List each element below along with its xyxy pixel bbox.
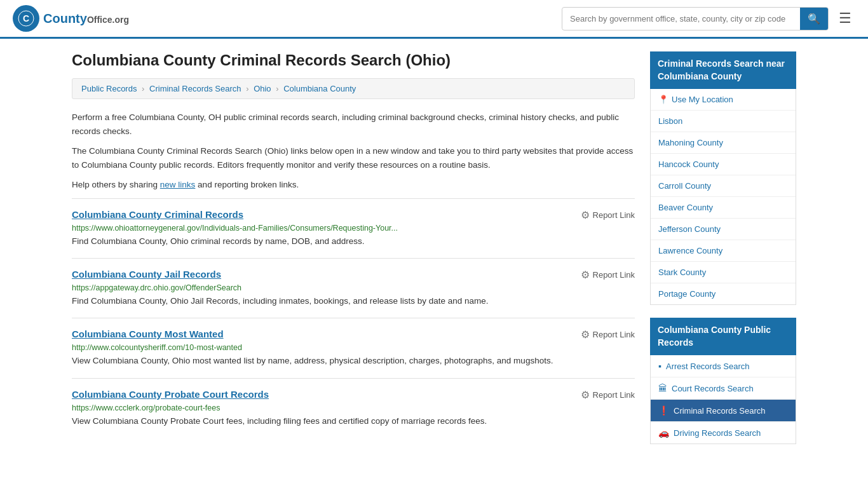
report-label-1: Report Link: [593, 270, 635, 280]
result-title-3[interactable]: Columbiana County Probate Court Records: [72, 389, 269, 400]
nearby-item-0[interactable]: Lisbon: [651, 111, 796, 132]
result-url-0[interactable]: https://www.ohioattorneygeneral.gov/Indi…: [72, 224, 635, 233]
records-icon-0: ▪: [658, 361, 661, 371]
logo-icon: C: [13, 5, 39, 32]
result-header-0: Columbiana County Criminal Records ⚙ Rep…: [72, 209, 635, 221]
sidebar: Criminal Records Search near Columbiana …: [650, 51, 796, 457]
nearby-item-7[interactable]: Stark County: [651, 262, 796, 283]
nearby-link-4[interactable]: Beaver County: [658, 203, 713, 212]
location-pin-icon: 📍: [658, 95, 668, 104]
nearby-list: 📍 Use My Location LisbonMahoning CountyH…: [650, 89, 796, 305]
records-link-0[interactable]: Arrest Records Search: [666, 362, 750, 371]
result-card-2: Columbiana County Most Wanted ⚙ Report L…: [72, 318, 635, 377]
report-icon-0: ⚙: [581, 209, 590, 221]
nearby-link-8[interactable]: Portage County: [658, 289, 715, 299]
report-icon-3: ⚙: [581, 389, 590, 401]
report-link-0[interactable]: ⚙ Report Link: [581, 209, 635, 221]
nearby-item-3[interactable]: Carroll County: [651, 175, 796, 197]
records-header: Columbiana County Public Records: [650, 318, 796, 355]
nearby-links: LisbonMahoning CountyHancock CountyCarro…: [651, 111, 796, 304]
report-label-3: Report Link: [593, 390, 635, 400]
result-header-2: Columbiana County Most Wanted ⚙ Report L…: [72, 329, 635, 341]
site-header: C CountyOffice.org 🔍 ☰: [0, 0, 868, 39]
breadcrumb-columbiana-county[interactable]: Columbiana County: [283, 84, 356, 93]
header-right: 🔍 ☰: [562, 6, 855, 30]
use-location-link[interactable]: Use My Location: [672, 95, 733, 104]
records-item-0[interactable]: ▪Arrest Records Search: [651, 355, 796, 377]
records-link-2[interactable]: Criminal Records Search: [674, 406, 766, 416]
result-desc-3: View Columbiana County Probate Court fee…: [72, 415, 635, 428]
result-title-1[interactable]: Columbiana County Jail Records: [72, 269, 221, 280]
result-card-3: Columbiana County Probate Court Records …: [72, 378, 635, 438]
result-desc-1: Find Columbiana County, Ohio Jail Record…: [72, 295, 635, 308]
report-label-2: Report Link: [593, 330, 635, 339]
results-list: Columbiana County Criminal Records ⚙ Rep…: [72, 198, 635, 438]
intro-paragraph-2: The Columbiana County Criminal Records S…: [72, 144, 635, 172]
records-links: ▪Arrest Records Search🏛Court Records Sea…: [651, 355, 796, 444]
report-link-1[interactable]: ⚙ Report Link: [581, 269, 635, 281]
nearby-section: Criminal Records Search near Columbiana …: [650, 51, 796, 305]
nearby-link-5[interactable]: Jefferson County: [658, 224, 721, 234]
result-title-0[interactable]: Columbiana County Criminal Records: [72, 209, 243, 220]
intro-paragraph-3: Help others by sharing new links and rep…: [72, 178, 635, 192]
logo-office: Office.org: [87, 15, 129, 25]
records-icon-3: 🚗: [658, 428, 669, 438]
records-link-1[interactable]: Court Records Search: [672, 384, 754, 393]
nearby-item-2[interactable]: Hancock County: [651, 154, 796, 175]
nearby-link-0[interactable]: Lisbon: [658, 116, 682, 126]
nearby-item-5[interactable]: Jefferson County: [651, 219, 796, 240]
nearby-item-1[interactable]: Mahoning County: [651, 132, 796, 154]
records-item-2[interactable]: ❗Criminal Records Search: [651, 400, 796, 422]
use-location-item[interactable]: 📍 Use My Location: [651, 89, 796, 111]
main-content: Columbiana County Criminal Records Searc…: [72, 51, 635, 457]
new-links-link[interactable]: new links: [160, 180, 196, 189]
records-icon-1: 🏛: [658, 383, 667, 393]
records-list: ▪Arrest Records Search🏛Court Records Sea…: [650, 355, 796, 444]
result-desc-0: Find Columbiana County, Ohio criminal re…: [72, 235, 635, 248]
search-bar: 🔍: [562, 7, 829, 30]
page-title: Columbiana County Criminal Records Searc…: [72, 51, 635, 69]
svg-text:C: C: [23, 13, 29, 24]
report-label-0: Report Link: [593, 210, 635, 220]
search-button[interactable]: 🔍: [800, 8, 828, 30]
report-link-2[interactable]: ⚙ Report Link: [581, 329, 635, 341]
records-link-3[interactable]: Driving Records Search: [674, 428, 761, 438]
result-header-1: Columbiana County Jail Records ⚙ Report …: [72, 269, 635, 281]
nearby-link-1[interactable]: Mahoning County: [658, 138, 723, 147]
result-card-0: Columbiana County Criminal Records ⚙ Rep…: [72, 198, 635, 258]
nearby-link-2[interactable]: Hancock County: [658, 159, 719, 169]
menu-icon[interactable]: ☰: [835, 6, 855, 30]
report-icon-2: ⚙: [581, 329, 590, 341]
logo[interactable]: C CountyOffice.org: [13, 5, 129, 32]
result-url-1[interactable]: https://appgateway.drc.ohio.gov/Offender…: [72, 283, 635, 292]
breadcrumb-public-records[interactable]: Public Records: [81, 84, 137, 93]
breadcrumb-ohio[interactable]: Ohio: [254, 84, 271, 93]
nearby-link-3[interactable]: Carroll County: [658, 181, 711, 191]
records-item-1[interactable]: 🏛Court Records Search: [651, 377, 796, 400]
main-container: Columbiana County Criminal Records Searc…: [59, 39, 809, 470]
nearby-item-8[interactable]: Portage County: [651, 283, 796, 304]
records-icon-2: ❗: [658, 405, 669, 416]
report-icon-1: ⚙: [581, 269, 590, 281]
logo-county: County: [43, 11, 87, 25]
result-url-2[interactable]: http://www.colcountysheriff.com/10-most-…: [72, 343, 635, 352]
result-url-3[interactable]: https://www.ccclerk.org/probate-court-fe…: [72, 403, 635, 412]
breadcrumb: Public Records › Criminal Records Search…: [72, 78, 635, 99]
nearby-link-7[interactable]: Stark County: [658, 268, 706, 277]
result-title-2[interactable]: Columbiana County Most Wanted: [72, 329, 224, 339]
result-header-3: Columbiana County Probate Court Records …: [72, 389, 635, 401]
breadcrumb-criminal-records-search[interactable]: Criminal Records Search: [149, 84, 241, 93]
records-item-3[interactable]: 🚗Driving Records Search: [651, 422, 796, 444]
public-records-section: Columbiana County Public Records ▪Arrest…: [650, 318, 796, 444]
intro-paragraph-1: Perform a free Columbiana County, OH pub…: [72, 111, 635, 138]
nearby-link-6[interactable]: Lawrence County: [658, 246, 722, 255]
result-card-1: Columbiana County Jail Records ⚙ Report …: [72, 258, 635, 318]
nearby-header: Criminal Records Search near Columbiana …: [650, 51, 796, 89]
nearby-item-6[interactable]: Lawrence County: [651, 240, 796, 262]
report-link-3[interactable]: ⚙ Report Link: [581, 389, 635, 401]
nearby-item-4[interactable]: Beaver County: [651, 197, 796, 219]
result-desc-2: View Columbiana County, Ohio most wanted…: [72, 355, 635, 367]
search-input[interactable]: [562, 9, 800, 29]
